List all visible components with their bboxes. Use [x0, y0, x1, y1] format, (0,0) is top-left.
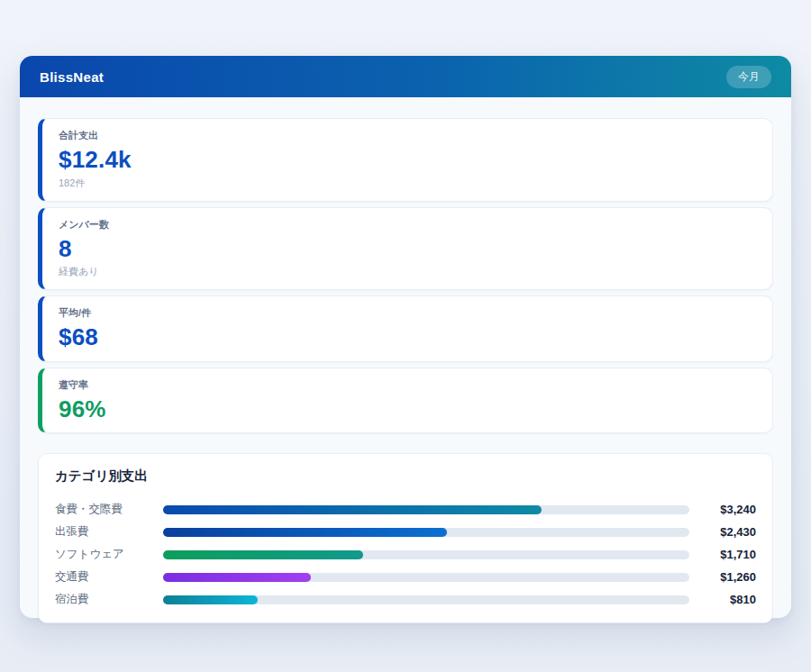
category-amount: $810 [697, 593, 756, 606]
bar-track [163, 505, 689, 514]
app-header: BlissNeat 今月 [20, 56, 791, 97]
category-label: 宿泊費 [55, 592, 163, 607]
category-label: 交通費 [55, 569, 163, 585]
dashboard-body: 合計支出 $12.4k 182件 メンバー数 8 経費あり 平均/件 $68 遵… [20, 97, 791, 623]
bar-track [163, 595, 689, 604]
category-row: 食費・交際費 $3,240 [55, 498, 756, 521]
dashboard-window: BlissNeat 今月 合計支出 $12.4k 182件 メンバー数 8 経費… [20, 56, 791, 618]
category-amount: $1,260 [697, 570, 756, 584]
category-label: 食費・交際費 [55, 502, 163, 517]
stat-value: $12.4k [59, 147, 756, 173]
stat-value: 96% [59, 396, 756, 422]
stat-value: 8 [59, 236, 756, 262]
bar-track [163, 550, 689, 559]
category-row: 出張費 $2,430 [55, 521, 756, 543]
category-row: 宿泊費 $810 [55, 588, 756, 611]
category-amount: $1,710 [697, 548, 756, 561]
stat-card-average-per-item: 平均/件 $68 [38, 295, 773, 362]
period-badge[interactable]: 今月 [726, 66, 771, 88]
stat-label: 平均/件 [59, 306, 756, 320]
category-panel-title: カテゴリ別支出 [55, 468, 756, 485]
category-row: 交通費 $1,260 [55, 566, 756, 588]
category-label: ソフトウェア [55, 547, 163, 562]
stat-label: 遵守率 [59, 378, 756, 392]
category-amount: $3,240 [697, 503, 756, 516]
category-amount: $2,430 [697, 525, 756, 539]
stat-label: 合計支出 [59, 129, 756, 142]
stat-card-member-count: メンバー数 8 経費あり [38, 207, 773, 291]
bar-fill [163, 595, 258, 604]
stat-card-total-spend: 合計支出 $12.4k 182件 [38, 118, 773, 202]
stat-card-compliance-rate: 遵守率 96% [38, 368, 773, 434]
bar-fill [163, 528, 447, 537]
bar-track [163, 573, 689, 582]
stat-subtext: 182件 [59, 177, 756, 190]
bar-fill [163, 550, 363, 559]
stat-value: $68 [59, 324, 756, 350]
category-label: 出張費 [55, 524, 163, 540]
stat-label: メンバー数 [59, 218, 756, 232]
stat-subtext: 経費あり [59, 265, 756, 278]
bar-fill [163, 505, 542, 514]
bar-fill [163, 573, 311, 582]
category-row: ソフトウェア $1,710 [55, 543, 756, 566]
bar-track [163, 528, 689, 537]
app-title: BlissNeat [40, 69, 104, 85]
category-spend-panel: カテゴリ別支出 食費・交際費 $3,240 出張費 $2,430 ソフトウェア [38, 453, 773, 623]
